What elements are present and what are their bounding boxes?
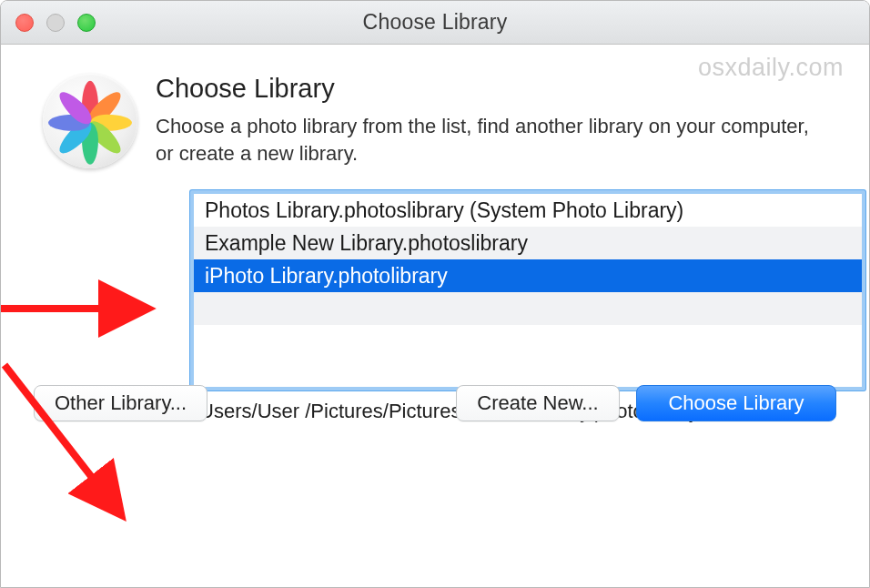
library-list-row[interactable] xyxy=(194,325,862,358)
library-list-row[interactable]: Photos Library.photoslibrary (System Pho… xyxy=(194,194,862,227)
window-title: Choose Library xyxy=(363,10,508,35)
create-new-button[interactable]: Create New... xyxy=(456,385,620,421)
photos-app-icon xyxy=(43,74,137,168)
button-bar: Other Library... Create New... Choose Li… xyxy=(34,385,836,421)
zoom-icon[interactable] xyxy=(77,14,96,32)
page-desc: Choose a photo library from the list, fi… xyxy=(156,113,811,167)
titlebar: Choose Library xyxy=(1,1,869,45)
library-list-row[interactable]: Example New Library.photoslibrary xyxy=(194,227,862,259)
header-text: Choose Library Choose a photo library fr… xyxy=(156,74,836,167)
minimize-icon xyxy=(46,14,65,32)
watermark-text: osxdaily.com xyxy=(698,54,844,82)
header-row: Choose Library Choose a photo library fr… xyxy=(34,74,836,168)
library-listbox[interactable]: Photos Library.photoslibrary (System Pho… xyxy=(190,190,865,390)
window-controls xyxy=(15,14,96,32)
other-library-button[interactable]: Other Library... xyxy=(34,385,207,421)
library-list-row[interactable]: iPhoto Library.photolibrary xyxy=(194,259,862,292)
library-list-row[interactable] xyxy=(194,292,862,325)
dialog-window: Choose Library osxdaily.com Choose Libra… xyxy=(0,0,870,588)
dialog-content: osxdaily.com Choose Library Choose a pho… xyxy=(1,45,869,449)
choose-library-button[interactable]: Choose Library xyxy=(636,385,836,421)
close-icon[interactable] xyxy=(15,14,34,32)
